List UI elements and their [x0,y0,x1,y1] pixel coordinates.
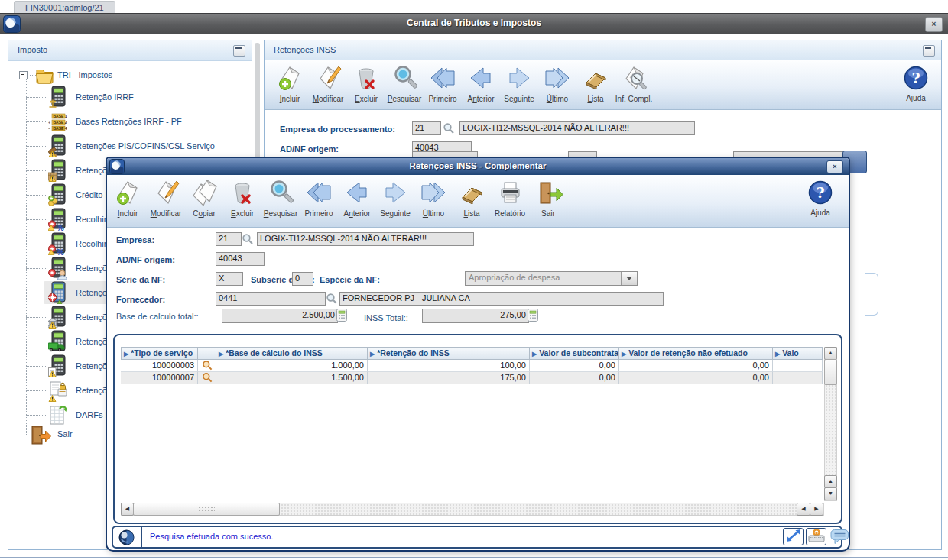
modal-adnf-field[interactable]: 40043 [216,252,265,266]
toolbar-button-copiar[interactable]: Copiar [185,178,223,218]
toolbar-button-pesquisar[interactable]: Pesquisar [261,178,300,218]
toolbar-button--ltimo[interactable]: Último [414,178,453,218]
toolbar-button-primeiro[interactable]: Primeiro [300,178,338,218]
toolbar-button-lista[interactable]: Lista [576,63,615,103]
row-lookup-icon[interactable] [198,372,216,384]
groupbox-fragment [865,273,878,316]
vertical-scroll-thumb[interactable] [824,359,837,385]
column-header-4[interactable]: ▶Valor de subcontratação [530,347,619,360]
vertical-scroll-down-button[interactable]: ▼ [824,487,837,500]
toolbar-button-label: Lista [576,95,615,103]
bases-icon: BASE 1+BASE 2=BASE 4 [48,110,68,137]
svg-text:BASE 4: BASE 4 [54,126,67,131]
table-row[interactable]: 1000000031.000,00100,000,000,00 [121,360,823,372]
screen: FIN30001:admlog/21 Central de Tributos e… [0,0,948,560]
column-header-1[interactable] [198,347,216,360]
vertical-scroll-up2-button[interactable]: ▲ [824,475,837,488]
horizontal-scroll-right-button[interactable]: ▶ [810,503,823,516]
cell-retencao: 100,00 [368,360,530,372]
column-header-3[interactable]: ▶*Retenção do INSS [368,347,530,360]
row-lookup-icon[interactable] [198,360,216,372]
modal-close-button[interactable]: × [826,160,843,173]
toolbar-button--ltimo[interactable]: Último [538,63,576,103]
base-calculo-total-field[interactable]: 2.500,00 [222,309,338,323]
tree-expander[interactable] [19,71,28,79]
toolbar-button-primeiro[interactable]: Primeiro [424,63,462,103]
especie-nf-dropdown[interactable]: Apropriação de despesa [465,271,638,286]
toolbar-button-relat-rio[interactable]: Relatório [491,178,529,218]
empresa-lookup-icon[interactable] [242,233,254,248]
toolbar-button-modificar[interactable]: Modificar [309,63,347,103]
imposto-panel-title: Imposto [18,45,47,54]
calc-lifering-icon [48,281,68,308]
fornecedor-code-field[interactable]: 0441 [216,292,326,306]
toolbar-button-sair[interactable]: Sair [529,178,567,218]
fornecedor-desc-field[interactable]: FORNECEDOR PJ - JULIANA CA [339,292,664,306]
toolbar-button-anterior[interactable]: Anterior [338,178,376,218]
toolbar-button-incluir[interactable]: Incluir [271,63,309,103]
doc-lock-icon [48,379,68,406]
cell-tipo: 100000003 [121,360,198,372]
arrow-next-icon [505,82,534,95]
window-close-button[interactable]: × [925,17,943,32]
horizontal-scroll-left-button[interactable]: ◀ [121,503,134,516]
empresa-code-field[interactable]: 21 [216,232,242,246]
empresa-processamento-desc-field[interactable]: LOGIX-TI12-MSSQL-2014 NÃO ALTERAR!!! [459,121,695,135]
toolbar-button-modificar[interactable]: Modificar [147,178,185,218]
empresa-lookup-icon[interactable] [443,122,455,138]
cell-retencao: 175,00 [368,372,530,384]
serie-nf-field[interactable]: X [216,272,243,286]
program-tab[interactable]: FIN30001:admlog/21 [14,1,115,14]
retencoes-panel-minimize-button[interactable] [923,45,935,57]
toolbar-button-label: Pesquisar [385,95,424,103]
toolbar-button-pesquisar[interactable]: Pesquisar [385,63,424,103]
toolbar-button-seguinte[interactable]: Seguinte [376,178,414,218]
modal-help-button[interactable]: ? Ajuda [803,180,838,217]
sidebar-item-label: Retenções PIS/COFINS/CSL Serviço [76,141,215,151]
empresa-desc-field[interactable]: LOGIX-TI12-MSSQL-2014 NÃO ALTERAR!!! [257,232,474,246]
fornecedor-lookup-icon[interactable] [326,293,338,308]
main-titlebar: Central de Tributos e Impostos × [0,13,948,34]
toolbar-button-excluir[interactable]: Excluir [347,63,385,103]
toolbar-button-seguinte[interactable]: Seguinte [500,63,538,103]
column-header-6[interactable]: ▶Valo [773,347,823,360]
column-header-label: Valo [782,348,799,358]
toolbar-button-lista[interactable]: Lista [453,178,491,218]
help-button[interactable]: ? Ajuda [898,65,933,102]
sidebar-item-1[interactable]: BASE 1+BASE 2=BASE 4Bases Retenções IRRF… [8,109,252,134]
arrow-first-icon [428,82,457,95]
svg-text:?: ? [816,184,824,201]
resize-button[interactable] [783,528,804,545]
subserie-nf-field[interactable]: 0 [292,272,313,286]
tree-root-label[interactable]: TRI - Impostos [57,70,112,79]
window-bottom-edge [0,557,948,558]
imposto-panel-minimize-button[interactable] [233,45,245,57]
folder-icon [36,66,54,87]
toolbar-button-anterior[interactable]: Anterior [462,63,500,103]
inss-calculator-icon[interactable] [528,309,538,325]
column-header-2[interactable]: ▶*Base de cálculo do INSS [216,347,368,360]
table-row[interactable]: 1000000071.500,00175,000,000,00 [121,372,823,384]
toolbar-button-inf-compl-[interactable]: Inf. Compl. [615,63,653,103]
main-toolbar: ? Ajuda IncluirModificarExcluirPesquisar… [265,60,941,110]
sidebar-item-0[interactable]: Retenção IRRF [8,85,252,109]
modal-help-icon: ? [807,195,833,208]
empresa-processamento-code-field[interactable]: 21 [412,121,441,135]
keyboard-config-button[interactable] [806,528,826,545]
inss-total-field[interactable]: 275,00 [422,309,529,323]
horizontal-scroll-thumb[interactable] [133,503,280,516]
column-header-0[interactable]: ▶*Tipo de serviço [121,347,198,360]
vertical-scroll-up-button[interactable]: ▲ [824,347,837,360]
modal-title: Retenções INSS - Complementar [107,161,849,170]
horizontal-scroll-left2-button[interactable]: ◀ [797,503,810,516]
column-header-5[interactable]: ▶Valor de retenção não efetuado [619,347,773,360]
base-calculator-icon[interactable] [336,309,347,325]
sidebar-item-2[interactable]: Retenções PIS/COFINS/CSL Serviço [8,134,252,158]
toolbar-button-incluir[interactable]: Incluir [109,178,147,218]
toolbar-button-excluir[interactable]: Excluir [223,178,261,218]
cell-tipo: 100000007 [121,372,198,384]
comment-bubble-icon[interactable] [830,529,849,548]
chevron-down-icon[interactable] [621,272,637,285]
printer-icon [495,196,524,209]
papers-icon [190,196,219,209]
